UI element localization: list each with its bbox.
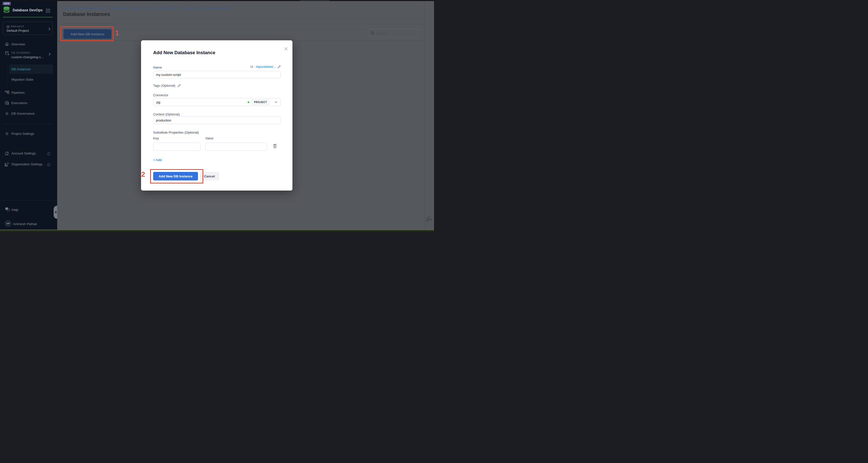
- project-settings-icon: [5, 132, 9, 137]
- substitute-value-input[interactable]: [205, 143, 267, 151]
- context-input[interactable]: [153, 116, 281, 124]
- brand-divider: [3, 17, 53, 18]
- edit-pencil-icon[interactable]: [177, 84, 181, 87]
- browser-tab-divider: [254, 0, 255, 1]
- key-column-label: Key: [153, 136, 159, 140]
- subnav-indent-line: [7, 64, 7, 85]
- browser-tab-divider: [191, 0, 192, 1]
- id-prefix: Id :: [250, 65, 255, 68]
- sidebar-item-account-settings[interactable]: Account Settings: [11, 151, 36, 155]
- search-icon: [371, 31, 375, 35]
- breadcrumb-organization[interactable]: Organization: default: [112, 6, 140, 10]
- sidebar-item-executions[interactable]: Executions: [11, 101, 27, 105]
- database-devops-logo-icon: ∞: [2, 6, 10, 15]
- connector-value: pg: [156, 100, 248, 104]
- cancel-button[interactable]: Cancel: [200, 172, 219, 180]
- sidebar: NEW ∞ Database DevOps PRO: [0, 1, 57, 230]
- chevron-down-icon: [275, 101, 277, 103]
- page-title: Database Instances: [63, 11, 110, 17]
- organization-settings-icon: [4, 162, 9, 168]
- search-input[interactable]: [377, 31, 414, 35]
- breadcrumb-separator: >: [178, 7, 179, 10]
- connector-label: Connector: [153, 93, 168, 97]
- sidebar-item-migration-state[interactable]: Migration State: [11, 78, 33, 81]
- avatar-initials: AP: [6, 222, 10, 225]
- info-icon[interactable]: [47, 152, 51, 156]
- project-name: Default Project: [6, 29, 29, 32]
- help-icon: ?: [5, 207, 10, 213]
- db-schemas-kicker: DB SCHEMAS: [11, 51, 30, 54]
- close-icon[interactable]: [284, 47, 288, 52]
- connector-select[interactable]: pg PROJECT: [153, 98, 281, 106]
- breadcrumb: Account: kurosakiichigo.songoku>Organiza…: [63, 6, 230, 10]
- sidebar-item-overview[interactable]: Overview: [11, 42, 25, 46]
- pipelines-icon: [5, 90, 9, 95]
- desktop-background-strip: [0, 230, 434, 232]
- home-icon: [5, 42, 9, 47]
- browser-tab-divider: [25, 0, 26, 1]
- browser-tab-divider: [158, 0, 158, 1]
- chat-support-icon[interactable]: [426, 215, 433, 223]
- chevron-right-icon: [49, 52, 51, 57]
- db-schemas-icon: [5, 51, 9, 57]
- user-name[interactable]: Animesh Pathak: [13, 222, 37, 226]
- db-instances-label: DB Instances: [11, 67, 31, 71]
- add-substitute-row-link[interactable]: + Add: [153, 158, 162, 162]
- sidebar-item-db-schema[interactable]: custom-changelog-s...: [11, 55, 43, 59]
- app-title: Database DevOps: [12, 8, 42, 12]
- tags-label-row: Tags (Optional): [153, 84, 181, 87]
- browser-tab-divider: [58, 0, 59, 1]
- substitute-key-input[interactable]: [153, 143, 200, 151]
- browser-tab-divider: [92, 0, 92, 1]
- instance-id-row: Id : mycustomsc...: [250, 65, 281, 68]
- db-governance-icon: [5, 111, 9, 117]
- user-avatar[interactable]: AP: [5, 221, 11, 227]
- sidebar-item-pipelines[interactable]: Pipelines: [11, 91, 25, 94]
- sidebar-item-db-instances[interactable]: DB Instances: [9, 64, 53, 74]
- add-db-instance-modal: Add New Database Instance Name Id : mycu…: [141, 40, 292, 191]
- sidebar-divider: [0, 200, 57, 200]
- browser-tab-segment: [300, 0, 330, 1]
- breadcrumb-separator: >: [109, 7, 110, 10]
- substitute-properties-label: Substitute Properties (Optional): [153, 131, 199, 134]
- svg-text:?: ?: [6, 208, 7, 209]
- breadcrumb-db-schema[interactable]: DB Schema: customchangelogscript: [181, 6, 230, 10]
- modal-title: Add New Database Instance: [153, 50, 215, 55]
- browser-tab-divider: [125, 0, 125, 1]
- delete-row-trash-icon[interactable]: [273, 143, 277, 149]
- context-label: Context (Optional): [153, 112, 180, 116]
- sidebar-item-project-settings[interactable]: Project Settings: [11, 132, 34, 136]
- step-1-number: 1: [115, 29, 119, 37]
- breadcrumb-account[interactable]: Account: kurosakiichigo.songoku: [63, 6, 107, 10]
- sidebar-collapse-handle[interactable]: [54, 206, 57, 219]
- browser-tab-strip: [0, 0, 434, 1]
- svg-text:∞: ∞: [5, 9, 7, 13]
- step-2-number: 2: [141, 171, 145, 178]
- browser-tab-divider: [363, 0, 363, 1]
- name-input[interactable]: [153, 71, 281, 78]
- project-selector[interactable]: PROJECT Default Project: [3, 22, 53, 35]
- info-icon[interactable]: [47, 163, 51, 167]
- search-input-container: [368, 29, 419, 37]
- new-badge: NEW: [2, 2, 11, 5]
- app-window: NEW ∞ Database DevOps PRO: [0, 0, 434, 232]
- instance-id-link[interactable]: mycustomsc...: [256, 65, 276, 68]
- value-column-label: Value: [205, 136, 213, 140]
- connector-status-dot: [248, 101, 249, 103]
- sidebar-item-db-governance[interactable]: DB Governance: [11, 112, 35, 115]
- chevron-right-icon: [49, 27, 51, 31]
- breadcrumb-separator: >: [142, 7, 143, 10]
- add-db-instance-submit-button[interactable]: Add New DB Instance: [153, 172, 198, 180]
- edit-pencil-icon[interactable]: [277, 65, 281, 68]
- project-kicker: PROJECT: [11, 25, 24, 28]
- tags-label: Tags (Optional): [153, 84, 175, 87]
- module-grid-icon[interactable]: [46, 8, 50, 14]
- sidebar-item-organization-settings[interactable]: Organization Settings: [11, 162, 42, 166]
- sidebar-item-help[interactable]: Help: [11, 208, 19, 212]
- name-label: Name: [153, 65, 162, 69]
- add-db-instance-toolbar-button[interactable]: Add New DB Instance: [63, 29, 111, 39]
- executions-icon: [5, 101, 9, 106]
- account-settings-icon: [4, 151, 9, 157]
- right-rail-divider: [424, 1, 425, 230]
- breadcrumb-project[interactable]: Project: Default Project: [145, 6, 176, 10]
